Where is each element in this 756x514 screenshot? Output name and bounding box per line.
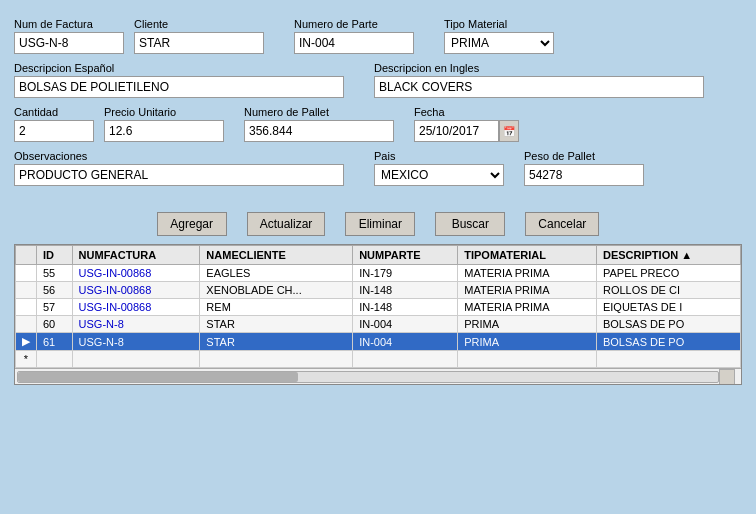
table-body: 55USG-IN-00868EAGLESIN-179MATERIA PRIMAP… [16, 265, 741, 368]
label-desc-espanol: Descripcion Español [14, 62, 344, 74]
field-group-numero-pallet: Numero de Pallet [244, 106, 394, 142]
table-row[interactable]: 56USG-IN-00868XENOBLADE CH...IN-148MATER… [16, 282, 741, 299]
cell-numparte [353, 351, 458, 368]
cell-tipomaterial [458, 351, 597, 368]
cell-tipomaterial: PRIMA [458, 316, 597, 333]
form-row-4: Observaciones Pais MEXICO USA Peso de Pa… [14, 150, 742, 186]
cell-namecliente: STAR [200, 316, 353, 333]
input-numero-parte[interactable] [294, 32, 414, 54]
cell-namecliente: STAR [200, 333, 353, 351]
field-group-num-factura: Num de Factura [14, 18, 124, 54]
row-arrow [16, 265, 37, 282]
cell-tipomaterial: MATERIA PRIMA [458, 282, 597, 299]
form-row-3: Cantidad Precio Unitario Numero de Palle… [14, 106, 742, 142]
table-row[interactable]: 60USG-N-8STARIN-004PRIMABOLSAS DE PO [16, 316, 741, 333]
select-pais[interactable]: MEXICO USA [374, 164, 504, 186]
cell-id [37, 351, 73, 368]
label-cantidad: Cantidad [14, 106, 94, 118]
label-precio-unitario: Precio Unitario [104, 106, 224, 118]
input-desc-ingles[interactable] [374, 76, 704, 98]
cell-description: BOLSAS DE PO [596, 333, 740, 351]
label-fecha: Fecha [414, 106, 519, 118]
input-fecha[interactable] [414, 120, 499, 142]
cell-namecliente: EAGLES [200, 265, 353, 282]
label-peso-pallet: Peso de Pallet [524, 150, 644, 162]
cell-numparte: IN-148 [353, 299, 458, 316]
input-numero-pallet[interactable] [244, 120, 394, 142]
field-group-cantidad: Cantidad [14, 106, 94, 142]
cell-numfactura: USG-N-8 [72, 333, 200, 351]
label-num-factura: Num de Factura [14, 18, 124, 30]
cell-numparte: IN-148 [353, 282, 458, 299]
cell-description: ROLLOS DE CI [596, 282, 740, 299]
form-row-2: Descripcion Español Descripcion en Ingle… [14, 62, 742, 98]
form-row-1: Num de Factura Cliente Numero de Parte T… [14, 18, 742, 54]
input-peso-pallet[interactable] [524, 164, 644, 186]
cell-numfactura: USG-IN-00868 [72, 265, 200, 282]
select-tipo-material[interactable]: PRIMA MATERIA PRIMA [444, 32, 554, 54]
cell-tipomaterial: MATERIA PRIMA [458, 299, 597, 316]
eliminar-button[interactable]: Eliminar [345, 212, 415, 236]
row-arrow: ▶ [16, 333, 37, 351]
cell-description: EIQUETAS DE I [596, 299, 740, 316]
table-row[interactable]: * [16, 351, 741, 368]
input-precio-unitario[interactable] [104, 120, 224, 142]
input-cliente[interactable] [134, 32, 264, 54]
actualizar-button[interactable]: Actualizar [247, 212, 326, 236]
field-group-desc-ingles: Descripcion en Ingles [374, 62, 704, 98]
cell-numfactura: USG-IN-00868 [72, 282, 200, 299]
col-namecliente: NAMECLIENTE [200, 246, 353, 265]
row-arrow [16, 316, 37, 333]
label-tipo-material: Tipo Material [444, 18, 554, 30]
cell-tipomaterial: PRIMA [458, 333, 597, 351]
cell-id: 55 [37, 265, 73, 282]
cell-numfactura [72, 351, 200, 368]
date-input-wrapper: 📅 [414, 120, 519, 142]
label-numero-pallet: Numero de Pallet [244, 106, 394, 118]
calendar-button[interactable]: 📅 [499, 120, 519, 142]
table-scroll[interactable]: ID NUMFACTURA NAMECLIENTE NUMPARTE TIPOM… [15, 245, 741, 368]
agregar-button[interactable]: Agregar [157, 212, 227, 236]
cell-namecliente [200, 351, 353, 368]
field-group-fecha: Fecha 📅 [414, 106, 519, 142]
input-num-factura[interactable] [14, 32, 124, 54]
scroll-corner [719, 369, 735, 385]
input-observaciones[interactable] [14, 164, 344, 186]
horizontal-scrollbar[interactable] [17, 371, 719, 383]
buscar-button[interactable]: Buscar [435, 212, 505, 236]
cancelar-button[interactable]: Cancelar [525, 212, 599, 236]
input-desc-espanol[interactable] [14, 76, 344, 98]
cell-numparte: IN-004 [353, 333, 458, 351]
field-group-desc-espanol: Descripcion Español [14, 62, 344, 98]
table-row[interactable]: 55USG-IN-00868EAGLESIN-179MATERIA PRIMAP… [16, 265, 741, 282]
cell-description: PAPEL PRECO [596, 265, 740, 282]
table-container: ID NUMFACTURA NAMECLIENTE NUMPARTE TIPOM… [14, 244, 742, 385]
cell-tipomaterial: MATERIA PRIMA [458, 265, 597, 282]
field-group-tipo-material: Tipo Material PRIMA MATERIA PRIMA [444, 18, 554, 54]
label-cliente: Cliente [134, 18, 264, 30]
input-cantidad[interactable] [14, 120, 94, 142]
label-pais: Pais [374, 150, 504, 162]
cell-description [596, 351, 740, 368]
field-group-pais: Pais MEXICO USA [374, 150, 504, 186]
cell-id: 57 [37, 299, 73, 316]
cell-description: BOLSAS DE PO [596, 316, 740, 333]
row-arrow [16, 282, 37, 299]
form-section: Num de Factura Cliente Numero de Parte T… [10, 10, 746, 202]
table-row[interactable]: 57USG-IN-00868REMIN-148MATERIA PRIMAEIQU… [16, 299, 741, 316]
cell-id: 61 [37, 333, 73, 351]
field-group-numero-parte: Numero de Parte [294, 18, 414, 54]
col-arrow [16, 246, 37, 265]
col-tipomaterial: TIPOMATERIAL [458, 246, 597, 265]
cell-numparte: IN-179 [353, 265, 458, 282]
table-row[interactable]: ▶61USG-N-8STARIN-004PRIMABOLSAS DE PO [16, 333, 741, 351]
horizontal-scrollbar-row [15, 368, 741, 384]
data-table: ID NUMFACTURA NAMECLIENTE NUMPARTE TIPOM… [15, 245, 741, 368]
label-numero-parte: Numero de Parte [294, 18, 414, 30]
cell-numfactura: USG-N-8 [72, 316, 200, 333]
col-numparte: NUMPARTE [353, 246, 458, 265]
label-desc-ingles: Descripcion en Ingles [374, 62, 704, 74]
col-numfactura: NUMFACTURA [72, 246, 200, 265]
cell-numparte: IN-004 [353, 316, 458, 333]
main-container: Num de Factura Cliente Numero de Parte T… [0, 0, 756, 395]
